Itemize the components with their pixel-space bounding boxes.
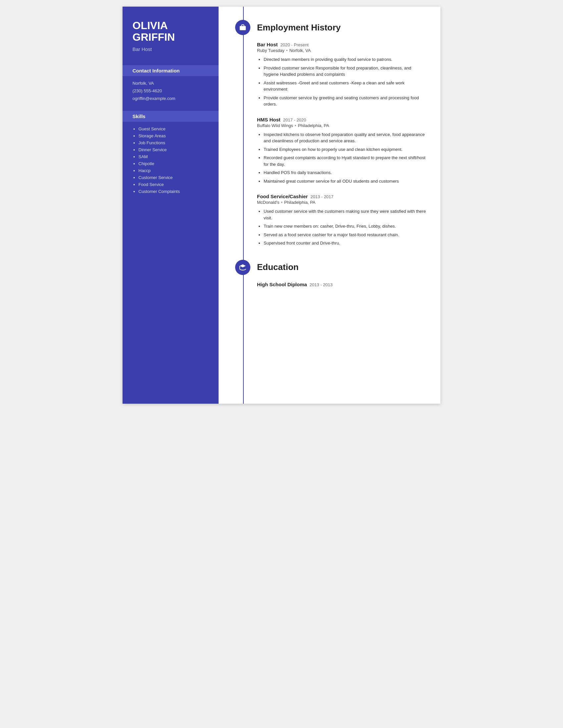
skill-item: Customer Complaints xyxy=(138,189,209,194)
job-bullet: Served as a food service cashier for a m… xyxy=(263,232,427,238)
job-bullets: Directed team members in providing quali… xyxy=(257,56,427,108)
job-bullet: Maintained great customer service for al… xyxy=(263,178,427,185)
skill-item: Food Service xyxy=(138,182,209,187)
skill-item: Customer Service xyxy=(138,175,209,180)
education-section-title: Education xyxy=(257,262,299,272)
job-location: Norfolk, VA xyxy=(290,48,311,53)
job-company-row: Buffalo Wild Wings•Philadelphia, PA xyxy=(257,123,427,128)
education-degree: High School Diploma xyxy=(257,282,307,287)
job-title-row: Food Service/Cashier2013 - 2017 xyxy=(257,194,427,199)
job-bullet: Trained Employees on how to properly use… xyxy=(263,146,427,153)
education-container: High School Diploma2013 - 2013 xyxy=(235,282,427,288)
job-block: HMS Host2017 - 2020Buffalo Wild Wings•Ph… xyxy=(235,117,427,185)
job-company-row: Ruby Tuesday•Norfolk, VA xyxy=(257,48,427,53)
job-block: Bar Host2020 - PresentRuby Tuesday•Norfo… xyxy=(235,42,427,108)
main-content: Employment History Bar Host2020 - Presen… xyxy=(218,7,441,404)
employment-header-row: Employment History xyxy=(235,20,427,35)
employment-icon xyxy=(235,20,250,35)
skill-item: Storage Areas xyxy=(138,133,209,138)
job-company: Ruby Tuesday xyxy=(257,48,285,53)
job-dates: 2017 - 2020 xyxy=(283,117,306,122)
job-title-row: Bar Host2020 - Present xyxy=(257,42,427,47)
jobs-container: Bar Host2020 - PresentRuby Tuesday•Norfo… xyxy=(235,42,427,247)
skill-item: Guest Service xyxy=(138,126,209,131)
job-bullet: Used customer service with the customers… xyxy=(263,208,427,221)
skills-section-header: Skills xyxy=(122,111,218,122)
skills-section: Skills Guest ServiceStorage AreasJob Fun… xyxy=(132,111,209,194)
job-company: McDonald's xyxy=(257,200,279,205)
job-title-row: HMS Host2017 - 2020 xyxy=(257,117,427,122)
education-icon xyxy=(235,260,250,275)
contact-section: Contact Information Norfolk, VA (230) 55… xyxy=(132,65,209,101)
skill-item: SAM xyxy=(138,154,209,159)
job-bullet: Assist waitresses -Greet and seat custom… xyxy=(263,80,427,93)
candidate-job-title: Bar Host xyxy=(132,46,209,52)
contact-section-header: Contact Information xyxy=(122,65,218,76)
job-block: Food Service/Cashier2013 - 2017McDonald'… xyxy=(235,194,427,247)
job-bullet: Handled POS fro daily transactions. xyxy=(263,169,427,176)
job-title: HMS Host xyxy=(257,117,280,122)
job-dates: 2013 - 2017 xyxy=(310,194,333,199)
job-bullet: Provide customer service by greeting and… xyxy=(263,95,427,108)
job-bullet: Recorded guest complaints according to H… xyxy=(263,155,427,167)
resume-container: OLIVIA GRIFFIN Bar Host Contact Informat… xyxy=(122,7,441,404)
contact-phone: (230) 555-4620 xyxy=(132,88,209,93)
employment-section: Employment History Bar Host2020 - Presen… xyxy=(235,20,427,247)
contact-location: Norfolk, VA xyxy=(132,81,209,86)
skills-list: Guest ServiceStorage AreasJob FunctionsD… xyxy=(132,126,209,194)
job-bullets: Inspected kitchens to observe food prepa… xyxy=(257,131,427,185)
sidebar: OLIVIA GRIFFIN Bar Host Contact Informat… xyxy=(122,7,218,404)
contact-email: ogriffin@example.com xyxy=(132,96,209,101)
education-section: Education High School Diploma2013 - 2013 xyxy=(235,260,427,288)
employment-section-title: Employment History xyxy=(257,23,341,33)
skill-item: Haccp xyxy=(138,168,209,173)
job-title: Bar Host xyxy=(257,42,278,47)
candidate-name: OLIVIA GRIFFIN xyxy=(132,20,209,43)
education-block: High School Diploma2013 - 2013 xyxy=(235,282,427,288)
job-dates: 2020 - Present xyxy=(280,42,309,47)
job-bullet: Provided customer service Responsible fo… xyxy=(263,65,427,78)
education-dates: 2013 - 2013 xyxy=(310,282,333,287)
job-bullet: Directed team members in providing quali… xyxy=(263,56,427,63)
job-bullet: Train new crew members on: casher, Drive… xyxy=(263,223,427,230)
job-bullets: Used customer service with the customers… xyxy=(257,208,427,247)
job-bullet: Supervised front counter and Drive-thru. xyxy=(263,240,427,247)
skill-item: Dinner Service xyxy=(138,147,209,152)
job-bullet: Inspected kitchens to observe food prepa… xyxy=(263,131,427,144)
skill-item: Chipotle xyxy=(138,161,209,166)
job-location: Philadelphia, PA xyxy=(284,200,315,205)
job-title: Food Service/Cashier xyxy=(257,194,308,199)
job-company-row: McDonald's•Philadelphia, PA xyxy=(257,200,427,205)
job-company: Buffalo Wild Wings xyxy=(257,123,293,128)
job-location: Philadelphia, PA xyxy=(298,123,329,128)
skill-item: Job Functions xyxy=(138,140,209,145)
education-header-row: Education xyxy=(235,260,427,275)
